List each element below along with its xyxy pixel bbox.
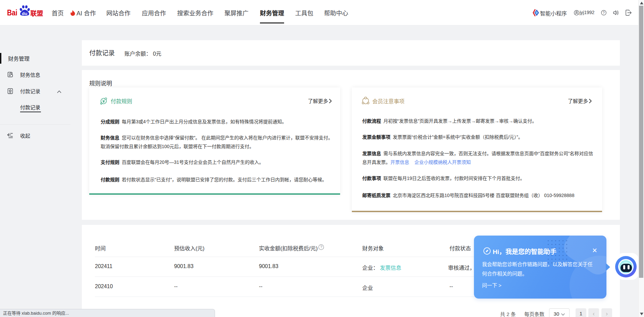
svg-text:?: ?: [603, 11, 605, 15]
svg-text:?: ?: [320, 245, 322, 249]
svg-text:du: du: [22, 11, 28, 16]
svg-text:联盟: 联盟: [31, 10, 43, 17]
svg-text:Bai: Bai: [7, 8, 17, 17]
